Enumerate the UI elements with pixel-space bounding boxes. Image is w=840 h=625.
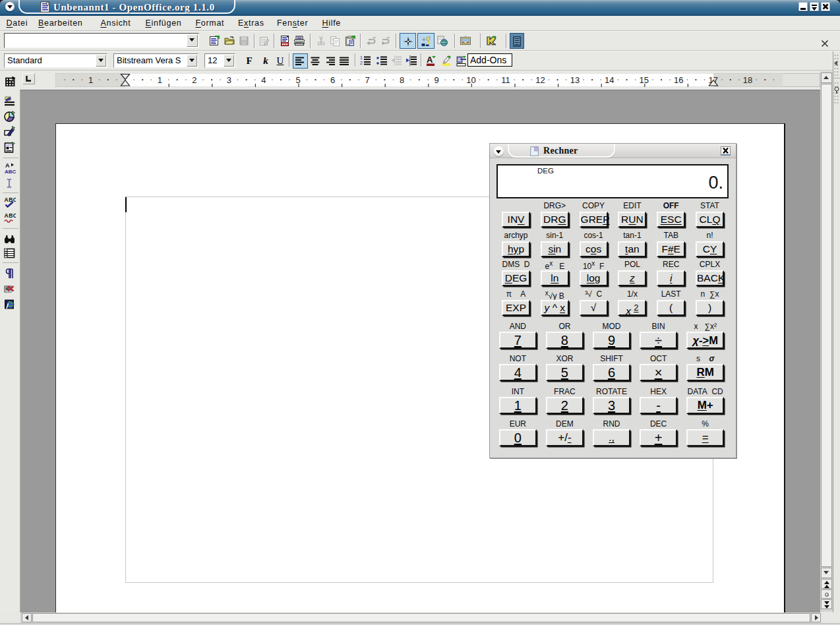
svg-text:2: 2 xyxy=(192,75,196,85)
svg-text:4: 4 xyxy=(261,75,266,85)
svg-text:5: 5 xyxy=(296,75,301,85)
svg-text:11: 11 xyxy=(501,75,510,85)
svg-text:9: 9 xyxy=(434,75,438,85)
svg-text:14: 14 xyxy=(605,75,614,85)
svg-text:13: 13 xyxy=(570,75,580,85)
svg-text:1: 1 xyxy=(360,55,363,60)
svg-text:10: 10 xyxy=(466,75,475,85)
svg-text:A: A xyxy=(427,55,433,65)
svg-text:ABC: ABC xyxy=(5,196,16,203)
svg-text:7: 7 xyxy=(365,75,370,85)
svg-text:ABC: ABC xyxy=(5,212,16,219)
svg-text:3: 3 xyxy=(227,75,231,85)
svg-text:8: 8 xyxy=(400,75,404,85)
svg-text:2: 2 xyxy=(360,61,363,65)
svg-text:18: 18 xyxy=(743,75,752,85)
svg-text:6: 6 xyxy=(330,75,335,85)
svg-text:ABC: ABC xyxy=(5,169,16,174)
svg-text:16: 16 xyxy=(674,75,683,85)
svg-text:A: A xyxy=(5,162,10,169)
svg-text:15: 15 xyxy=(640,75,649,85)
svg-text:1: 1 xyxy=(88,75,93,85)
svg-text:1: 1 xyxy=(158,75,162,85)
svg-text:12: 12 xyxy=(535,75,545,85)
